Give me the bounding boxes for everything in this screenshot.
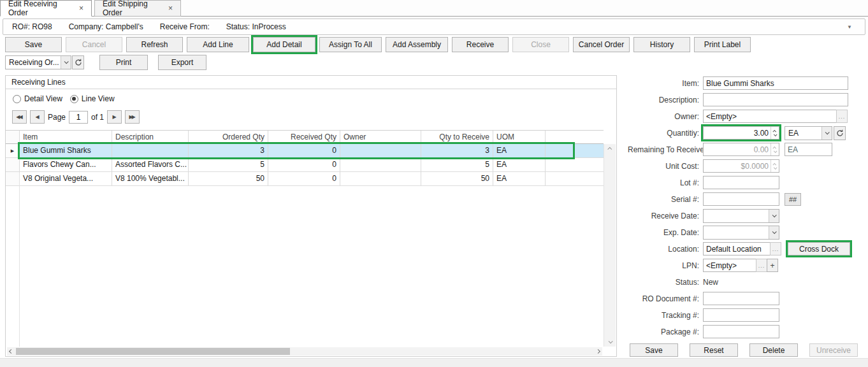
horizontal-scrollbar[interactable]	[7, 347, 602, 356]
col-header-uom[interactable]: UOM	[493, 131, 546, 143]
history-button[interactable]: History	[633, 37, 690, 52]
lot-input[interactable]	[703, 176, 779, 189]
serial-generate-button[interactable]: ##	[785, 193, 801, 206]
cell-qty-to-receive[interactable]: 5	[421, 158, 493, 171]
chevron-down-icon[interactable]	[769, 210, 779, 222]
quantity-spinner[interactable]	[770, 127, 779, 139]
col-header-received-qty[interactable]: Received Qty	[268, 131, 340, 143]
col-header-ordered-qty[interactable]: Ordered Qty	[189, 131, 268, 143]
spinner-down-icon[interactable]	[774, 133, 778, 136]
add-assembly-button[interactable]: Add Assembly	[386, 37, 448, 52]
table-row-selected[interactable]: ▶ Blue Gummi Sharks 3 0 3 EA	[6, 144, 604, 158]
ro-document-input[interactable]	[703, 292, 779, 305]
cell-received-qty[interactable]: 0	[268, 158, 340, 171]
close-icon[interactable]: ×	[79, 4, 83, 12]
first-page-button[interactable]: ◀◀	[12, 110, 27, 124]
cancel-order-button[interactable]: Cancel Order	[573, 37, 630, 52]
print-button[interactable]: Print	[99, 55, 148, 70]
cell-ordered-qty[interactable]: 50	[189, 172, 268, 185]
tab-label: Edit Receiving Order	[8, 0, 73, 17]
exp-date-combo[interactable]	[703, 226, 779, 240]
report-type-combo[interactable]: Receiving Or...	[5, 55, 71, 69]
refresh-button[interactable]: Refresh	[126, 37, 183, 52]
receive-button[interactable]: Receive	[452, 37, 509, 52]
save-order-button[interactable]: Save	[5, 37, 62, 52]
owner-input[interactable]	[703, 110, 837, 123]
description-input[interactable]	[703, 93, 848, 106]
line-view-radio[interactable]: Line View	[70, 94, 115, 103]
cell-ordered-qty[interactable]: 3	[189, 144, 268, 157]
cell-uom[interactable]: EA	[493, 158, 546, 171]
row-selector-cell[interactable]	[6, 158, 20, 171]
row-selector-cell[interactable]: ▶	[6, 144, 20, 157]
hscrollbar-thumb[interactable]	[16, 348, 290, 355]
lpn-input[interactable]	[703, 259, 756, 272]
cell-description[interactable]: V8 100% Vegetabl...	[112, 172, 189, 185]
add-line-button[interactable]: Add Line	[187, 37, 249, 52]
prev-page-button[interactable]: ◀	[30, 110, 45, 124]
cell-qty-to-receive[interactable]: 50	[421, 172, 493, 185]
scroll-down-icon[interactable]	[604, 337, 616, 347]
cell-qty-to-receive[interactable]: 3	[421, 144, 493, 157]
location-input[interactable]	[703, 242, 770, 255]
detail-view-radio[interactable]: Detail View	[13, 94, 62, 103]
cross-dock-button[interactable]: Cross Dock	[788, 242, 850, 255]
vertical-scrollbar[interactable]	[604, 144, 616, 347]
cell-item[interactable]: V8 Original Vegeta...	[20, 172, 112, 185]
cell-received-qty[interactable]: 0	[268, 144, 340, 157]
export-button[interactable]: Export	[158, 55, 206, 70]
close-icon[interactable]: ×	[168, 4, 173, 12]
tracking-input[interactable]	[703, 308, 779, 322]
col-header-qty-to-receive[interactable]: Qty to Receive	[421, 131, 493, 143]
cell-uom[interactable]: EA	[493, 144, 546, 157]
assign-to-all-button[interactable]: Assign To All	[319, 37, 382, 52]
last-page-button[interactable]: ▶▶	[125, 110, 140, 124]
add-detail-button[interactable]: Add Detail	[253, 37, 315, 52]
cell-description[interactable]: Assorted Flavors C...	[112, 158, 189, 171]
tab-edit-receiving-order[interactable]: Edit Receiving Order ×	[0, 0, 92, 17]
cell-owner[interactable]	[340, 144, 421, 157]
scroll-right-icon[interactable]	[594, 347, 602, 356]
cell-owner[interactable]	[340, 158, 421, 171]
table-row[interactable]: V8 Original Vegeta... V8 100% Vegetabl..…	[6, 172, 604, 186]
cell-uom[interactable]: EA	[493, 172, 546, 185]
chevron-down-icon[interactable]	[61, 56, 71, 69]
cell-ordered-qty[interactable]: 5	[189, 158, 268, 171]
tab-edit-shipping-order[interactable]: Edit Shipping Order ×	[94, 0, 181, 17]
refresh-uom-button[interactable]	[834, 126, 846, 140]
lpn-add-button[interactable]: +	[767, 259, 778, 272]
print-label-button[interactable]: Print Label	[694, 37, 751, 52]
item-input[interactable]	[703, 76, 848, 90]
location-browse-button[interactable]: ...	[770, 242, 781, 255]
quantity-input[interactable]	[704, 127, 770, 139]
next-page-icon: ▶	[112, 114, 115, 120]
row-selector-cell[interactable]	[6, 172, 20, 185]
quantity-stepper[interactable]	[703, 126, 779, 140]
table-row[interactable]: Flavors Chewy Can... Assorted Flavors C.…	[6, 158, 604, 172]
page-number-input[interactable]	[69, 111, 88, 124]
expander-chevron-down-icon[interactable]: ▼	[847, 24, 856, 30]
save-detail-button[interactable]: Save	[630, 343, 678, 357]
lpn-browse-button[interactable]: ...	[756, 259, 767, 272]
next-page-button[interactable]: ▶	[107, 110, 122, 124]
delete-button[interactable]: Delete	[749, 343, 798, 357]
cell-owner[interactable]	[340, 172, 421, 185]
col-header-item[interactable]: Item	[20, 131, 112, 143]
uom-combo[interactable]: EA	[785, 126, 832, 140]
serial-input[interactable]	[703, 192, 779, 206]
reset-button[interactable]: Reset	[690, 343, 738, 357]
owner-browse-button[interactable]: ...	[836, 110, 848, 123]
scroll-up-icon[interactable]	[604, 144, 616, 154]
cell-description[interactable]	[112, 144, 189, 157]
receive-date-combo[interactable]	[703, 209, 779, 223]
col-header-owner[interactable]: Owner	[340, 131, 421, 143]
col-header-description[interactable]: Description	[112, 131, 189, 143]
cell-item[interactable]: Flavors Chewy Can...	[20, 158, 112, 171]
scroll-left-icon[interactable]	[7, 347, 15, 356]
chevron-down-icon[interactable]	[821, 127, 832, 140]
package-input[interactable]	[703, 325, 779, 338]
refresh-report-icon-button[interactable]	[72, 55, 84, 69]
cell-received-qty[interactable]: 0	[268, 172, 340, 185]
cell-item[interactable]: Blue Gummi Sharks	[20, 144, 112, 157]
chevron-down-icon[interactable]	[769, 226, 779, 239]
